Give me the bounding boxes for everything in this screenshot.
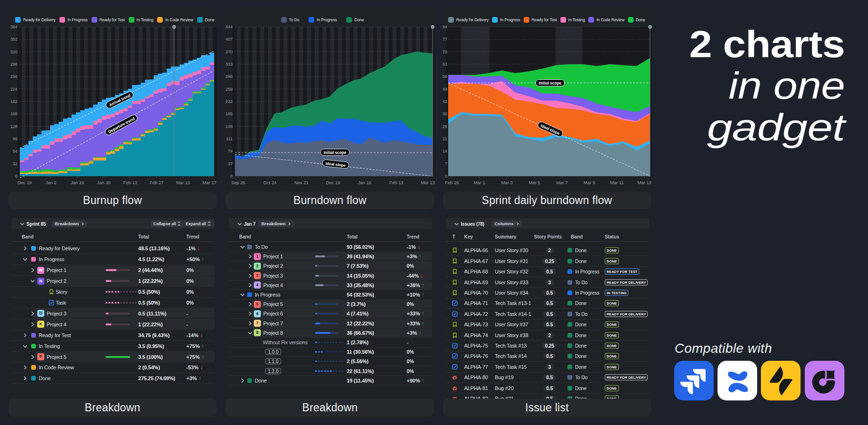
svg-text:74: 74 bbox=[228, 149, 233, 153]
svg-text:Mar 3: Mar 3 bbox=[501, 180, 512, 185]
svg-text:14: 14 bbox=[442, 149, 447, 153]
svg-text:Feb 26: Feb 26 bbox=[445, 180, 459, 185]
svg-text:259: 259 bbox=[225, 87, 233, 92]
svg-text:Mar 13: Mar 13 bbox=[637, 180, 651, 185]
svg-text:32: 32 bbox=[13, 162, 17, 166]
svg-text:Dec 19: Dec 19 bbox=[17, 180, 32, 185]
svg-text:224: 224 bbox=[10, 87, 17, 92]
svg-text:Dec 19: Dec 19 bbox=[326, 180, 340, 185]
svg-text:0: 0 bbox=[15, 174, 17, 178]
svg-text:370: 370 bbox=[225, 50, 233, 54]
svg-text:444: 444 bbox=[225, 25, 233, 29]
svg-text:42: 42 bbox=[442, 99, 447, 104]
svg-text:Mar 7: Mar 7 bbox=[556, 180, 568, 185]
svg-text:77: 77 bbox=[442, 37, 447, 42]
svg-text:192: 192 bbox=[10, 99, 17, 104]
svg-text:0: 0 bbox=[445, 174, 447, 178]
svg-text:64: 64 bbox=[13, 149, 17, 153]
svg-text:70: 70 bbox=[442, 50, 447, 54]
svg-text:Mar 13: Mar 13 bbox=[176, 180, 190, 185]
svg-text:35: 35 bbox=[442, 111, 447, 116]
svg-text:352: 352 bbox=[10, 37, 17, 42]
svg-text:128: 128 bbox=[10, 124, 17, 129]
svg-text:63: 63 bbox=[442, 62, 447, 67]
svg-text:288: 288 bbox=[10, 62, 17, 67]
svg-text:96: 96 bbox=[13, 136, 17, 141]
svg-text:7: 7 bbox=[445, 162, 447, 166]
svg-text:320: 320 bbox=[10, 50, 17, 54]
svg-text:Feb 27: Feb 27 bbox=[150, 180, 164, 185]
svg-text:Sep 26: Sep 26 bbox=[231, 180, 245, 185]
svg-text:Mar 9: Mar 9 bbox=[584, 180, 595, 185]
svg-text:0: 0 bbox=[230, 174, 233, 178]
svg-text:Mar 5: Mar 5 bbox=[529, 180, 540, 185]
svg-text:Nov 21: Nov 21 bbox=[294, 180, 309, 185]
svg-text:37: 37 bbox=[228, 162, 233, 166]
svg-text:384: 384 bbox=[10, 25, 17, 29]
svg-text:256: 256 bbox=[10, 74, 17, 79]
svg-text:407: 407 bbox=[225, 37, 233, 42]
svg-text:Feb 13: Feb 13 bbox=[389, 180, 403, 185]
svg-text:Jan 30: Jan 30 bbox=[97, 180, 111, 185]
svg-text:49: 49 bbox=[442, 87, 447, 92]
svg-text:56: 56 bbox=[442, 74, 447, 79]
svg-text:Mar 13: Mar 13 bbox=[421, 180, 435, 185]
svg-text:333: 333 bbox=[225, 62, 233, 67]
svg-text:Mar 1: Mar 1 bbox=[474, 180, 485, 185]
svg-text:Jan 16: Jan 16 bbox=[358, 180, 372, 185]
svg-text:296: 296 bbox=[225, 74, 233, 79]
svg-text:160: 160 bbox=[10, 111, 17, 116]
svg-text:222: 222 bbox=[225, 99, 233, 104]
svg-text:Mar 27: Mar 27 bbox=[202, 180, 217, 185]
svg-text:Feb 13: Feb 13 bbox=[123, 180, 137, 185]
svg-text:Jan 16: Jan 16 bbox=[71, 180, 84, 185]
svg-text:Jan 2: Jan 2 bbox=[45, 180, 56, 185]
svg-text:148: 148 bbox=[225, 124, 233, 129]
svg-text:111: 111 bbox=[226, 136, 233, 141]
svg-text:21: 21 bbox=[442, 136, 447, 141]
svg-text:Oct 24: Oct 24 bbox=[263, 180, 276, 185]
svg-text:Mar 11: Mar 11 bbox=[610, 180, 624, 185]
svg-text:84: 84 bbox=[442, 25, 447, 29]
svg-text:28: 28 bbox=[442, 124, 447, 129]
svg-text:185: 185 bbox=[225, 111, 233, 116]
